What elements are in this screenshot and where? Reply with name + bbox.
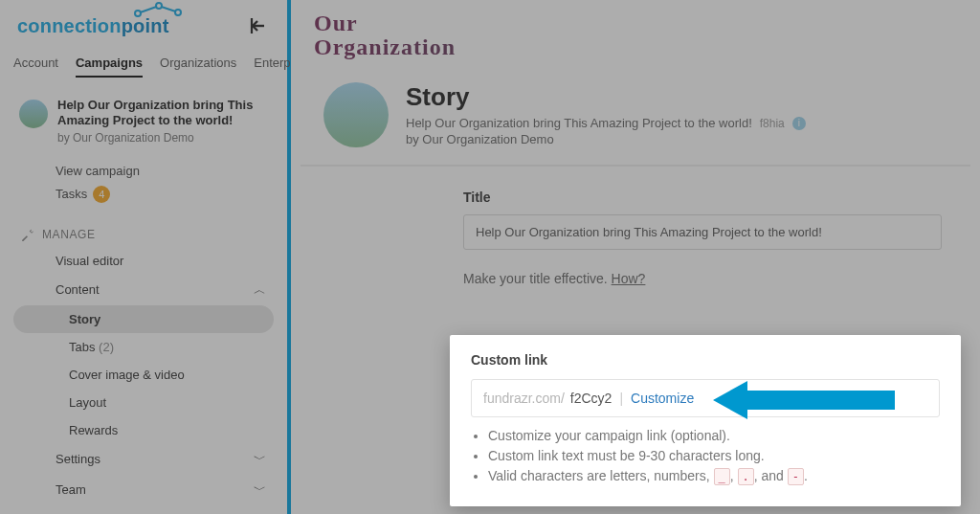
nav-sub-campaigns[interactable]: Sub-campaigns (off) ﹀ (0, 505, 287, 515)
chevron-up-icon: ︿ (254, 281, 266, 299)
campaign-title: Help Our Organization bring This Amazing… (57, 98, 274, 129)
campaign-id: f8hia (760, 117, 785, 130)
collapse-icon (248, 16, 267, 35)
char-chip-underscore: _ (714, 468, 730, 485)
custom-link-prefix: fundrazr.com/ (483, 391, 565, 406)
page-title: Story (406, 82, 806, 112)
sidebar-collapse-button[interactable] (245, 13, 270, 38)
logo-nodes-icon (132, 2, 184, 19)
org-wordmark: Our Organization (291, 0, 980, 59)
custom-link-help-item: Valid characters are letters, numbers, _… (488, 467, 940, 485)
custom-link-slug: f2Ccy2 (570, 391, 612, 406)
story-form: Title Make your title effective. How? (291, 167, 980, 309)
svg-line-4 (162, 7, 176, 11)
title-hint: Make your title effective. How? (463, 271, 942, 286)
tasks-count-badge: 4 (93, 186, 110, 203)
nav-content-rewards[interactable]: Rewards (0, 416, 287, 444)
title-label: Title (463, 190, 942, 205)
brand-part1: connection (17, 15, 122, 37)
page-header: Story Help Our Organization bring This A… (301, 59, 970, 167)
tab-account[interactable]: Account (13, 56, 58, 78)
custom-link-help: Customize your campaign link (optional).… (471, 427, 940, 485)
chevron-down-icon: ﹀ (254, 481, 266, 499)
wrench-icon (21, 228, 34, 241)
nav-visual-editor[interactable]: Visual editor (0, 247, 287, 275)
nav-content[interactable]: Content ︿ (0, 275, 287, 305)
chevron-down-icon: ﹀ (254, 451, 266, 468)
page-subtitle: Help Our Organization bring This Amazing… (406, 116, 752, 130)
callout-arrow-icon (713, 378, 895, 422)
campaign-org: by Our Organization Demo (57, 131, 274, 145)
page-byline: by Our Organization Demo (406, 132, 806, 146)
custom-link-help-item: Custom link text must be 9-30 characters… (488, 447, 940, 465)
campaign-avatar (19, 100, 48, 128)
nav-content-story[interactable]: Story (13, 305, 274, 333)
nav-content-layout[interactable]: Layout (0, 389, 287, 416)
brand-logo[interactable]: connectionpoint (17, 15, 169, 37)
tasks-link[interactable]: Tasks 4 (56, 182, 274, 207)
current-campaign: Help Our Organization bring This Amazing… (0, 82, 287, 150)
tab-campaigns[interactable]: Campaigns (76, 56, 143, 78)
manage-section-label: MANAGE (0, 211, 287, 247)
custom-link-divider: | (619, 391, 623, 406)
svg-marker-7 (713, 381, 895, 419)
svg-line-3 (141, 7, 157, 12)
nav-team[interactable]: Team ﹀ (0, 475, 287, 505)
info-icon[interactable]: i (792, 117, 806, 130)
svg-point-1 (156, 3, 162, 9)
nav-content-tabs[interactable]: Tabs (2) (0, 333, 287, 361)
nav-content-cover[interactable]: Cover image & video (0, 361, 287, 389)
char-chip-dash: - (788, 468, 804, 485)
custom-link-help-item: Customize your campaign link (optional). (488, 427, 940, 445)
sidebar: connectionpoint Account Campaign (0, 0, 291, 514)
custom-link-label: Custom link (471, 352, 940, 368)
manage-nav: Visual editor Content ︿ Story Tabs (2) C… (0, 247, 287, 515)
view-campaign-link[interactable]: View campaign (56, 160, 274, 182)
svg-point-0 (135, 11, 141, 16)
svg-point-2 (175, 10, 181, 15)
page-avatar (323, 82, 389, 147)
char-chip-dot: . (738, 468, 754, 485)
nav-settings[interactable]: Settings ﹀ (0, 444, 287, 475)
title-hint-how-link[interactable]: How? (612, 271, 646, 286)
title-input[interactable] (463, 214, 942, 250)
custom-link-customize-link[interactable]: Customize (631, 391, 694, 406)
primary-tabs: Account Campaigns Organizations Enterpri… (0, 48, 287, 82)
tab-organizations[interactable]: Organizations (160, 56, 236, 78)
